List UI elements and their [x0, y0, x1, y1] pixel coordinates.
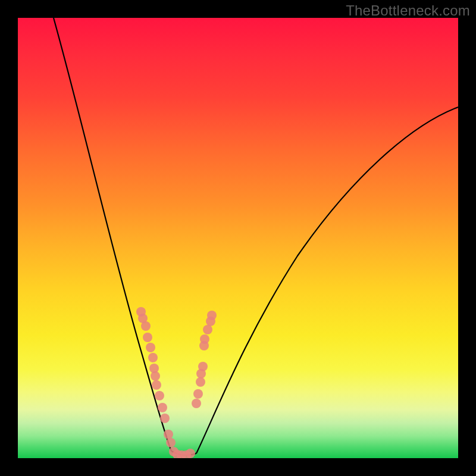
svg-point-28: [192, 399, 201, 408]
svg-point-10: [158, 403, 167, 412]
svg-point-12: [164, 430, 173, 439]
svg-point-25: [196, 369, 206, 378]
svg-point-2: [141, 321, 151, 331]
dots-bottom: [169, 447, 195, 458]
dots-right: [192, 311, 217, 408]
svg-point-26: [196, 377, 205, 387]
dots-left: [136, 307, 176, 447]
svg-point-4: [146, 343, 155, 352]
svg-point-27: [193, 389, 203, 399]
svg-point-7: [151, 371, 160, 381]
curve-layer: [18, 18, 458, 458]
plot-area: [18, 18, 458, 458]
svg-point-3: [143, 333, 152, 342]
svg-point-8: [152, 380, 161, 390]
svg-point-13: [166, 438, 176, 447]
svg-point-20: [206, 317, 215, 326]
svg-point-18: [186, 449, 195, 458]
curve-right: [196, 107, 458, 453]
svg-point-5: [148, 353, 158, 362]
svg-point-9: [155, 391, 164, 400]
chart-stage: TheBottleneck.com: [0, 0, 476, 476]
svg-point-23: [199, 341, 209, 350]
svg-point-11: [160, 414, 170, 423]
svg-point-21: [203, 325, 212, 334]
watermark-text: TheBottleneck.com: [346, 2, 470, 19]
